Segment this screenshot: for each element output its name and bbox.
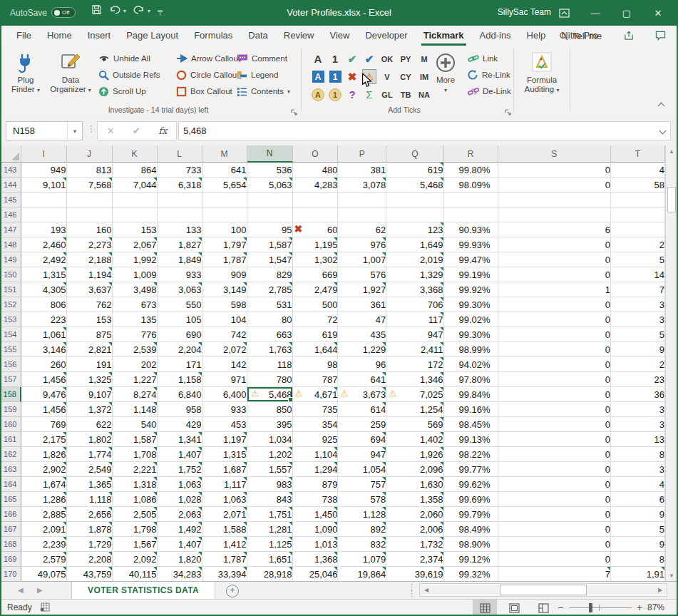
account-name[interactable]: SillySac Team [498, 7, 551, 17]
tab-scrollbar-splitter[interactable]: ⋮⋮ [408, 584, 416, 597]
tab-developer[interactable]: Developer [357, 26, 415, 46]
cell-O150[interactable]: 669 [293, 267, 339, 282]
cell-N152[interactable]: 531 [247, 297, 293, 312]
cell-L170[interactable]: 34,283 [158, 567, 202, 581]
cell-R158[interactable]: 99.84% [444, 387, 498, 402]
cell-N165[interactable]: 843 [247, 492, 293, 507]
cell-M157[interactable]: 971 [202, 372, 247, 387]
cell-O153[interactable]: 72 [293, 312, 339, 327]
cell-Q164[interactable]: 1,630 [386, 477, 443, 492]
column-header-K[interactable]: K [113, 145, 158, 163]
cell-R167[interactable]: 98.49% [444, 522, 498, 537]
row-header-148[interactable]: 148 [0, 237, 21, 252]
cell-P159[interactable]: 614 [338, 402, 386, 417]
row-header-162[interactable]: 162 [0, 447, 21, 462]
cell-I167[interactable]: 2,091 [21, 522, 67, 537]
cell-R164[interactable]: 99.62% [444, 477, 498, 492]
cell-O147[interactable]: 60✖ [293, 222, 339, 237]
cell-P150[interactable]: 576 [338, 267, 386, 282]
tickmark-circle-tan-2-1[interactable]: 1 [328, 87, 342, 102]
cell-I165[interactable]: 1,286 [21, 492, 67, 507]
cell-K170[interactable]: 40,115 [113, 567, 158, 581]
cell-R156[interactable]: 94.02% [444, 357, 498, 372]
cell-Q148[interactable]: 1,649 [386, 237, 443, 252]
tickmark-plain-letter-0-0[interactable]: A [311, 51, 325, 66]
cell-L163[interactable]: 1,752 [158, 462, 202, 477]
cell-R148[interactable]: 99.93% [444, 237, 498, 252]
cell-N146[interactable] [247, 207, 293, 222]
cell-J160[interactable]: 622 [67, 417, 113, 432]
row-header-149[interactable]: 149 [0, 252, 21, 267]
sheet-nav-prev[interactable]: ◀ [18, 586, 24, 594]
cell-M148[interactable]: 1,797 [202, 237, 247, 252]
row-header-145[interactable]: 145 [0, 192, 21, 207]
cell-K148[interactable]: 2,067 [113, 237, 158, 252]
tab-file[interactable]: File [9, 26, 39, 46]
cell-N162[interactable]: 1,202 [247, 447, 293, 462]
tab-insert[interactable]: Insert [80, 26, 119, 46]
cell-J170[interactable]: 43,759 [67, 567, 113, 581]
cell-I144[interactable]: 9,101 [21, 178, 67, 192]
cell-L149[interactable]: 1,849 [158, 252, 202, 267]
cell-S151[interactable]: 1 [498, 282, 611, 297]
cell-L162[interactable]: 1,407 [158, 447, 202, 462]
cell-M151[interactable]: 3,149 [202, 282, 247, 297]
row-header-147[interactable]: 147 [0, 222, 21, 237]
tab-tickmark[interactable]: Tickmark [416, 26, 472, 46]
cell-N166[interactable]: 1,751 [247, 507, 293, 522]
cell-N164[interactable]: 983 [247, 477, 293, 492]
cell-K145[interactable] [113, 192, 158, 207]
tab-help[interactable]: Help [519, 26, 554, 46]
cell-T145[interactable] [611, 192, 665, 207]
cell-I154[interactable]: 1,061 [21, 327, 67, 342]
cell-I155[interactable]: 3,146 [21, 342, 67, 357]
cell-P151[interactable]: 1,927 [338, 282, 386, 297]
scroll-up-arrow[interactable]: ▲ [667, 145, 677, 157]
formula-input[interactable]: 5,468 [178, 121, 671, 140]
cell-T164[interactable]: 4 [611, 477, 665, 492]
ribbon-display-options-button[interactable] [548, 0, 580, 26]
cell-O155[interactable]: 1,644 [293, 342, 339, 357]
cell-J150[interactable]: 1,194 [67, 267, 113, 282]
cell-Q166[interactable]: 2,060 [386, 507, 443, 522]
cell-Q169[interactable]: 2,374 [386, 552, 443, 567]
cell-J166[interactable]: 2,656 [67, 507, 113, 522]
cell-R143[interactable]: 99.80% [444, 163, 498, 178]
cell-L151[interactable]: 3,063 [158, 282, 202, 297]
cell-R149[interactable]: 99.47% [444, 252, 498, 267]
scroll-right-arrow[interactable]: ▶ [654, 585, 666, 595]
row-header-163[interactable]: 163 [0, 462, 21, 477]
cell-O152[interactable]: 500 [293, 297, 339, 312]
legend-button[interactable]: Legend [237, 68, 278, 82]
cell-S147[interactable]: 6 [498, 222, 611, 237]
cell-S164[interactable]: 0 [498, 477, 611, 492]
cell-M155[interactable]: 2,072 [202, 342, 247, 357]
cell-L144[interactable]: 6,318 [158, 178, 202, 192]
cell-T160[interactable]: 3 [611, 417, 665, 432]
cell-M161[interactable]: 1,197 [202, 432, 247, 447]
row-header-157[interactable]: 157 [0, 372, 21, 387]
cell-R159[interactable]: 99.16% [444, 402, 498, 417]
cell-K164[interactable]: 1,318 [113, 477, 158, 492]
cell-K158[interactable]: 8,274 [113, 387, 158, 402]
cell-S170[interactable]: 7 [498, 567, 611, 581]
cell-T159[interactable]: 3 [611, 402, 665, 417]
horizontal-scroll-thumb[interactable] [500, 585, 587, 595]
column-header-R[interactable]: R [444, 145, 498, 163]
cell-T157[interactable]: 23 [611, 372, 665, 387]
cell-K144[interactable]: 7,044 [113, 178, 158, 192]
cell-O151[interactable]: 2,479 [293, 282, 339, 297]
row-header-154[interactable]: 154 [0, 327, 21, 342]
cell-M169[interactable]: 1,787 [202, 552, 247, 567]
cell-M153[interactable]: 104 [202, 312, 247, 327]
tab-page-layout[interactable]: Page Layout [118, 26, 186, 46]
tickmark-tile-blue-1-0[interactable]: A [311, 69, 325, 84]
row-header-164[interactable]: 164 [0, 477, 21, 492]
cell-J155[interactable]: 2,821 [67, 342, 113, 357]
cell-K160[interactable]: 540 [113, 417, 158, 432]
cell-K149[interactable]: 1,992 [113, 252, 158, 267]
cell-P146[interactable] [338, 207, 386, 222]
cell-P163[interactable]: 1,054 [338, 462, 386, 477]
cell-N157[interactable]: 780 [247, 372, 293, 387]
cell-K169[interactable]: 2,092 [113, 552, 158, 567]
